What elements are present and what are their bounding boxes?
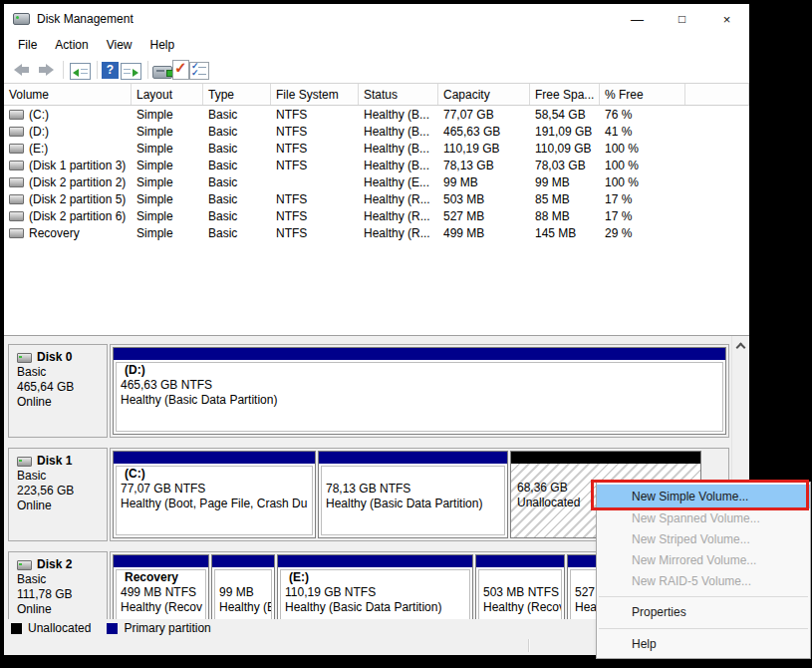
menu-item-new-spanned-volume-[interactable]: New Spanned Volume... (597, 508, 810, 529)
partition-name (483, 570, 557, 585)
column-header[interactable]: Type (203, 84, 271, 105)
cell: Healthy (R... (359, 226, 438, 240)
disk-header[interactable]: Disk 1Basic223,56 GBOnline (8, 448, 108, 541)
cell: 99 MB (530, 175, 600, 189)
cell: NTFS (271, 159, 359, 172)
table-row[interactable]: (Disk 2 partition 2)SimpleBasicHealthy (… (4, 173, 749, 190)
volume-cell: (Disk 2 partition 2) (4, 175, 132, 189)
cell: Simple (132, 159, 203, 172)
column-header[interactable]: % Free (600, 84, 685, 105)
scroll-up-icon[interactable] (732, 337, 749, 354)
column-header[interactable] (685, 84, 749, 105)
volume-cell: Recovery (4, 226, 132, 240)
menu-file[interactable]: File (9, 35, 46, 55)
volume-icon (9, 228, 24, 238)
action-pane-icon[interactable] (121, 63, 141, 80)
cell: Healthy (B... (359, 159, 438, 172)
volume-name: (Disk 2 partition 5) (29, 192, 126, 206)
partition-label: (D:)465,63 GB NTFSHealthy (Basic Data Pa… (116, 362, 723, 432)
partition-label: 78,13 GB NTFSHealthy (Basic Data Partiti… (321, 466, 505, 535)
column-header[interactable]: Capacity (438, 84, 530, 105)
legend-item: Primary partition (107, 621, 210, 635)
menu-item-new-striped-volume-[interactable]: New Striped Volume... (597, 529, 810, 550)
partition-name (517, 466, 694, 481)
legend-swatch (11, 623, 22, 634)
props-icon[interactable] (189, 62, 209, 80)
column-header[interactable]: Layout (132, 84, 203, 105)
table-row[interactable]: (C:)SimpleBasicNTFSHealthy (B...77,07 GB… (4, 106, 749, 123)
table-row[interactable]: (D:)SimpleBasicNTFSHealthy (B...465,63 G… (4, 123, 749, 140)
volume-table-body: (C:)SimpleBasicNTFSHealthy (B...77,07 GB… (4, 106, 749, 241)
cell: Basic (203, 125, 271, 139)
cell: 78,03 GB (530, 159, 600, 172)
cell: Healthy (R... (359, 209, 438, 223)
minimize-button[interactable]: — (615, 4, 660, 34)
menu-action[interactable]: Action (46, 35, 97, 55)
partition-size: 110,19 GB NTFS (285, 585, 465, 600)
volume-icon (9, 127, 24, 137)
column-header[interactable]: Volume (4, 84, 132, 105)
disk-icon (17, 457, 32, 467)
cell: 76 % (600, 108, 685, 122)
menu-item-help[interactable]: Help (597, 633, 810, 656)
volume-table-header: VolumeLayoutTypeFile SystemStatusCapacit… (4, 84, 749, 106)
disk-icon (17, 560, 32, 570)
cell: Healthy (B... (359, 142, 438, 156)
table-row[interactable]: (Disk 2 partition 6)SimpleBasicNTFSHealt… (4, 207, 749, 224)
disk-name-text: Disk 0 (37, 350, 72, 365)
partition[interactable]: (C:)77,07 GB NTFSHealthy (Boot, Page Fil… (113, 451, 316, 538)
volume-name: Recovery (29, 226, 80, 240)
help-icon[interactable] (102, 62, 119, 79)
table-row[interactable]: (Disk 1 partition 3)SimpleBasicNTFSHealt… (4, 157, 749, 173)
table-row[interactable]: (E:)SimpleBasicNTFSHealthy (B...110,19 G… (4, 140, 749, 157)
disk-name: Disk 2 (17, 557, 107, 572)
cell: Basic (203, 142, 271, 156)
partition-color-bar (511, 452, 700, 464)
table-row[interactable]: RecoverySimpleBasicNTFSHealthy (R...499 … (4, 224, 749, 241)
menu-item-new-raid-5-volume-[interactable]: New RAID-5 Volume... (597, 571, 810, 592)
toolbar-separator (147, 61, 148, 79)
cell: Basic (203, 108, 271, 122)
partition-color-bar (212, 555, 274, 567)
rescan-icon[interactable] (152, 66, 172, 79)
back-icon[interactable] (11, 59, 35, 81)
partition[interactable]: (D:)465,63 GB NTFSHealthy (Basic Data Pa… (113, 347, 726, 435)
cell: 100 % (600, 142, 685, 156)
volume-icon (9, 177, 24, 187)
disk-type: Basic (17, 572, 107, 587)
volume-name: (Disk 2 partition 6) (29, 209, 126, 223)
cell: 503 MB (438, 192, 530, 206)
cell: 145 MB (530, 226, 600, 240)
cell: 41 % (600, 125, 685, 139)
menu-item-properties[interactable]: Properties (597, 601, 810, 624)
menu-help[interactable]: Help (141, 35, 184, 55)
cell: NTFS (271, 209, 359, 223)
volume-cell: (D:) (4, 125, 132, 139)
column-header[interactable]: Status (359, 84, 438, 105)
cell: Simple (132, 226, 203, 240)
maximize-button[interactable]: □ (660, 4, 704, 34)
console-tree-icon[interactable] (70, 63, 91, 80)
disk-icon (17, 353, 32, 363)
menu-item-new-simple-volume-[interactable]: New Simple Volume... (597, 485, 810, 508)
volume-icon (9, 161, 24, 170)
menu-separator (599, 596, 808, 597)
toolbar (4, 56, 749, 84)
volume-name: (C:) (29, 108, 49, 122)
forward-icon[interactable] (35, 59, 59, 81)
partition-size: 99 MB (219, 585, 267, 600)
check-icon[interactable] (172, 60, 189, 80)
table-row[interactable]: (Disk 2 partition 5)SimpleBasicNTFSHealt… (4, 190, 749, 207)
title-bar[interactable]: Disk Management — □ × (4, 4, 749, 34)
column-header[interactable]: File System (271, 84, 359, 105)
cell: Simple (132, 175, 203, 189)
volume-icon (9, 144, 24, 154)
column-header[interactable]: Free Spa... (530, 84, 600, 105)
menu-item-new-mirrored-volume-[interactable]: New Mirrored Volume... (597, 550, 810, 571)
menu-view[interactable]: View (98, 35, 141, 55)
close-button[interactable]: × (704, 4, 749, 34)
disk-name-text: Disk 2 (37, 557, 72, 572)
partition[interactable]: 78,13 GB NTFSHealthy (Basic Data Partiti… (318, 451, 508, 538)
partition-status: Healthy (Basic Data Partition) (326, 497, 500, 511)
disk-header[interactable]: Disk 0Basic465,64 GBOnline (8, 344, 108, 438)
